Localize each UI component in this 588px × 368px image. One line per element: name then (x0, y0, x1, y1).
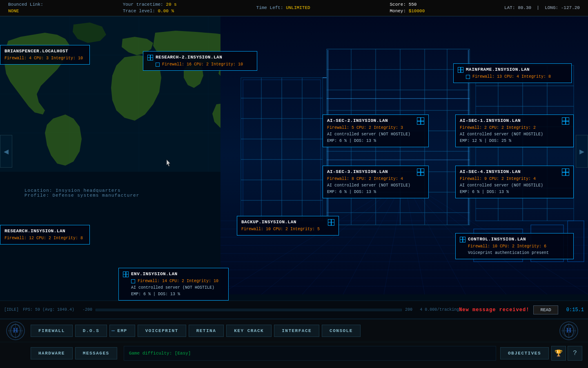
tracetime-label: Your tracetime: 20 s (123, 2, 177, 8)
progress-bar (96, 309, 402, 311)
bottom-toolbar: H FIREWALL D.O.S EMP VOICEPRINT RETINA K… (0, 319, 588, 368)
top-hud: Bounced Link: NONE Your tracetime: 20 s … (0, 0, 588, 16)
node-env[interactable]: ENV.INSYSION.LAN Firewall: 14 CPU: 2 Int… (118, 268, 229, 301)
node-aisec1-title: AI-SEC-1.INSYSION.LAN (460, 117, 521, 125)
logo-right: H (557, 319, 580, 342)
trace-level-label: Trace level: 0.00 % (123, 8, 177, 14)
node-aisec2-stats: Firewall: 5 CPU: 2 Integrity: 3 (327, 125, 424, 131)
node-research-title: RESEARCH.INSYSION.LAN (4, 228, 85, 235)
game-area: Location: Insysion headquarters Profile:… (0, 16, 588, 319)
score-value: Score: 550 (390, 2, 425, 8)
node-brianspencer[interactable]: BRIANSPENCER.LOCALHOST Firewall: 4 CPU: … (0, 45, 90, 65)
node-brianspencer-title: BRIANSPENCER.LOCALHOST (4, 48, 85, 55)
key-crack-button[interactable]: KEY CRACK (226, 325, 272, 337)
node-control[interactable]: CONTROL.INSYSION.LAN Firewall: 10 CPU: 2… (455, 233, 574, 259)
bounced-link-group: Bounced Link: NONE (8, 2, 43, 14)
node-aisec3-title: AI-SEC-3.INSYSION.LAN (327, 168, 388, 176)
node-env-desc: AI controlled server (NOT HOSTILE) (123, 285, 224, 291)
node-aisec1-attacks: EMP: 12 % | DOS: 25 % (460, 138, 569, 144)
game-difficulty-display: Game difficulty: [Easy] (124, 346, 496, 361)
node-mainframe-stats: Firewall: 13 CPU: 4 Integrity: 8 (472, 74, 551, 80)
messages-button[interactable]: MESSAGES (75, 347, 117, 359)
node-aisec1-desc: AI controlled server (NOT HOSTILE) (460, 131, 569, 138)
node-research[interactable]: RESEARCH.INSYSION.LAN Firewall: 12 CPU: … (0, 225, 90, 245)
node-aisec2-attacks: EMP: 6 % | DOS: 13 % (327, 138, 424, 144)
node-research2[interactable]: RESEARCH-2.INSYSION.LAN Firewall: 16 CPU… (143, 51, 257, 71)
tracetime-group: Your tracetime: 20 s Trace level: 0.00 % (123, 2, 177, 14)
node-aisec2-desc: AI controlled server (NOT HOSTILE) (327, 131, 424, 138)
time-group: Time Left: UNLIMITED (256, 5, 310, 11)
nav-arrow-left[interactable]: ◀ (0, 135, 12, 168)
retina-button[interactable]: RETINA (189, 325, 224, 337)
node-aisec1[interactable]: AI-SEC-1.INSYSION.LAN Firewall: 2 CPU: 2… (455, 114, 574, 147)
node-backup-title: BACKUP.INSYSION.LAN (241, 219, 296, 226)
node-control-desc: Voiceprint authentication present (468, 250, 569, 256)
node-env-title: ENV.INSYSION.LAN (131, 271, 178, 278)
node-control-stats: Firewall: 10 CPU: 2 Integrity: 6 (468, 243, 569, 250)
node-aisec4-stats: Firewall: 9 CPU: 2 Integrity: 4 (460, 176, 569, 182)
logo-left: H (4, 319, 27, 342)
node-aisec4[interactable]: AI-SEC-4.INSYSION.LAN Firewall: 9 CPU: 2… (455, 166, 574, 198)
location-info: Location: Insysion headquarters Profile:… (24, 188, 139, 198)
node-research2-stats: Firewall: 16 CPU: 2 Integrity: 10 (162, 61, 243, 68)
voiceprint-button[interactable]: VOICEPRINT (138, 325, 186, 337)
nav-arrow-right[interactable]: ▶ (576, 135, 588, 168)
dos-button[interactable]: D.O.S (75, 325, 107, 337)
node-aisec2-title: AI-SEC-2.INSYSION.LAN (327, 117, 388, 125)
node-mainframe[interactable]: MAINFRAME.INSYSION.LAN Firewall: 13 CPU:… (453, 63, 572, 83)
time-left-label: Time Left: UNLIMITED (256, 5, 310, 11)
read-button[interactable]: READ (533, 305, 558, 314)
svg-text:H: H (566, 327, 571, 334)
objectives-button[interactable]: OBJECTIVES (500, 347, 549, 359)
bounced-link-value: NONE (8, 8, 43, 14)
fps-display: FPS: 59 (Avg: 1049.4) (23, 307, 74, 312)
node-aisec3[interactable]: AI-SEC-3.INSYSION.LAN Firewall: 8 CPU: 2… (323, 166, 429, 198)
console-button[interactable]: CONSOLE (322, 325, 361, 337)
interface-button[interactable]: INTERFACE (274, 325, 319, 337)
node-mainframe-title: MAINFRAME.INSYSION.LAN (466, 66, 530, 74)
firewall-button[interactable]: FIREWALL (31, 325, 73, 337)
score-group: Score: 550 Money: $10000 (390, 2, 425, 14)
node-aisec4-desc: AI controlled server (NOT HOSTILE) (460, 182, 569, 189)
range-max: 200 (405, 307, 412, 312)
latlong-group: LAT: 80.30 | LONG: -127.20 (504, 5, 580, 11)
node-brianspencer-stats: Firewall: 4 CPU: 3 Integrity: 10 (4, 55, 85, 62)
toolbar-row1: H FIREWALL D.O.S EMP VOICEPRINT RETINA K… (0, 319, 588, 342)
node-aisec3-attacks: EMP: 6 % | DOS: 13 % (327, 189, 424, 195)
help-button[interactable]: ? (568, 346, 582, 361)
idle-status: [IDLE] (4, 307, 19, 312)
progress-area: -200 200 4 0.000/tracking (82, 307, 459, 312)
node-aisec4-attacks: EMP: 6 % | DOS: 13 % (460, 189, 569, 195)
node-aisec4-title: AI-SEC-4.INSYSION.LAN (460, 168, 521, 176)
node-research2-title: RESEARCH-2.INSYSION.LAN (156, 54, 222, 61)
svg-text:H: H (13, 327, 18, 334)
node-env-attacks: EMP: 6 % | DOS: 13 % (123, 291, 224, 298)
range-min: -200 (82, 307, 92, 312)
status-bar: [IDLE] FPS: 59 (Avg: 1049.4) -200 200 4 … (0, 301, 588, 319)
bounced-link-label: Bounced Link: (8, 2, 43, 8)
toolbar-row2: HARDWARE MESSAGES Game difficulty: [Easy… (0, 342, 588, 364)
node-env-stats: Firewall: 14 CPU: 2 Integrity: 10 (138, 278, 218, 285)
trophy-button[interactable]: 🏆 (551, 346, 566, 361)
help-icon: ? (573, 350, 577, 357)
tracking-label: 4 0.000/tracking (420, 307, 459, 312)
node-aisec1-stats: Firewall: 2 CPU: 2 Integrity: 2 (460, 125, 569, 131)
node-backup[interactable]: BACKUP.INSYSION.LAN Firewall: 10 CPU: 2 … (237, 216, 339, 236)
lat-display: LAT: 80.30 | LONG: -127.20 (504, 5, 580, 11)
node-aisec3-stats: Firewall: 8 CPU: 2 Integrity: 4 (327, 176, 424, 182)
node-aisec2[interactable]: AI-SEC-2.INSYSION.LAN Firewall: 5 CPU: 2… (323, 114, 429, 147)
emp-button[interactable]: EMP (109, 325, 135, 337)
location-name: Location: Insysion headquarters (24, 188, 139, 193)
node-backup-stats: Firewall: 10 CPU: 2 Integrity: 5 (241, 226, 334, 233)
svg-rect-65 (327, 98, 470, 99)
money-value: Money: $10000 (390, 8, 425, 14)
node-control-title: CONTROL.INSYSION.LAN (468, 236, 526, 243)
location-profile: Profile: Defense systems manufacturer (24, 193, 139, 198)
trophy-icon: 🏆 (555, 349, 563, 357)
timer-display: 0:15.1 (566, 307, 584, 313)
svg-rect-66 (327, 159, 470, 160)
hardware-button[interactable]: HARDWARE (31, 347, 73, 359)
node-aisec3-desc: AI controlled server (NOT HOSTILE) (327, 182, 424, 189)
node-research-stats: Firewall: 12 CPU: 2 Integrity: 8 (4, 235, 85, 242)
new-message-indicator: New message received! (459, 307, 529, 313)
